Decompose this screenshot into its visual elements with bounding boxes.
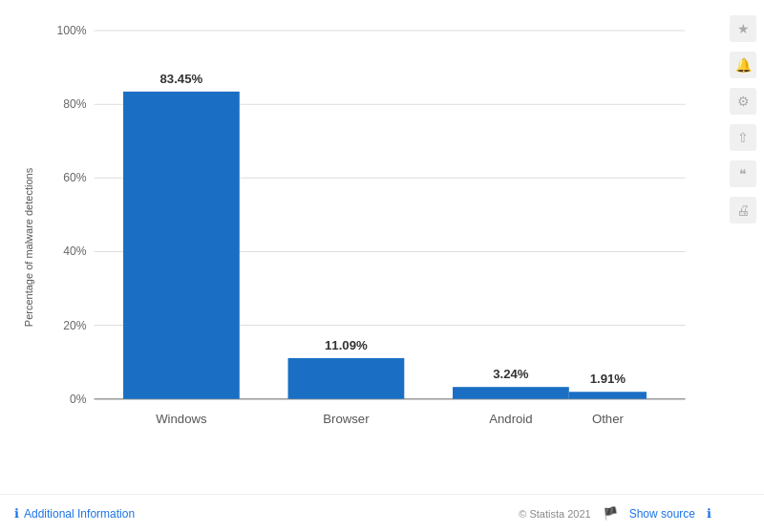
bar-other [569, 392, 647, 398]
sidebar-icons: ★ 🔔 ⚙ ⇧ ❝ 🖨 [730, 15, 756, 223]
star-icon[interactable]: ★ [730, 15, 756, 42]
svg-text:Android: Android [489, 412, 532, 426]
bar-browser [288, 358, 405, 399]
svg-text:3.24%: 3.24% [493, 367, 529, 381]
bar-windows [123, 92, 240, 399]
svg-text:20%: 20% [63, 319, 87, 332]
flag-icon: 🏴 [603, 506, 618, 521]
footer-right: © Statista 2021 🏴 Show source ℹ [519, 506, 711, 521]
svg-text:100%: 100% [56, 24, 86, 37]
svg-text:60%: 60% [63, 171, 87, 184]
svg-text:80%: 80% [63, 97, 87, 111]
svg-text:Windows: Windows [156, 412, 207, 426]
y-axis-label: Percentage of malware detections [5, 0, 53, 494]
gear-icon[interactable]: ⚙ [730, 88, 756, 115]
y-axis-label-text: Percentage of malware detections [23, 167, 34, 326]
svg-text:40%: 40% [63, 245, 87, 258]
svg-text:1.91%: 1.91% [590, 372, 626, 386]
svg-text:83.45%: 83.45% [160, 72, 203, 86]
print-icon[interactable]: 🖨 [730, 197, 756, 223]
source-info-icon[interactable]: ℹ [707, 506, 711, 521]
bar-android [453, 387, 569, 398]
chart-container: Percentage of malware detections 100% 80… [0, 0, 764, 532]
svg-text:Other: Other [592, 412, 625, 426]
statista-label: © Statista 2021 [519, 508, 590, 520]
additional-info-section[interactable]: ℹ Additional Information [14, 506, 135, 521]
show-source-link[interactable]: Show source [629, 507, 695, 521]
footer: ℹ Additional Information © Statista 2021… [0, 494, 764, 532]
svg-text:0%: 0% [70, 393, 87, 406]
bell-icon[interactable]: 🔔 [730, 52, 756, 78]
share-icon[interactable]: ⇧ [730, 124, 756, 151]
info-icon: ℹ [14, 506, 19, 521]
bar-chart-svg: 100% 80% 60% 40% 20% 0% 83.45% Windows 1… [55, 10, 714, 439]
quote-icon[interactable]: ❝ [730, 160, 756, 187]
svg-text:11.09%: 11.09% [325, 338, 368, 352]
svg-text:Browser: Browser [323, 412, 370, 426]
additional-info-label[interactable]: Additional Information [24, 507, 135, 521]
